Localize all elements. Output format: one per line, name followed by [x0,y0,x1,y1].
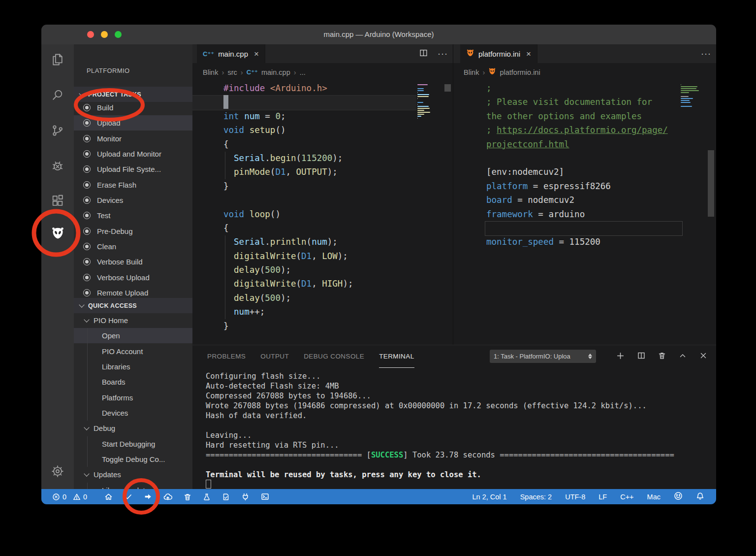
pio-test-beaker-icon[interactable] [203,493,211,501]
pio-clean-trash-icon[interactable] [184,493,191,501]
notifications-bell-icon[interactable] [696,492,704,502]
platformio-activity-icon[interactable] [51,226,64,240]
editor-group-platformio-ini: platformio.ini × ··· Blink› platformio.i… [453,44,716,345]
task-row-devices[interactable]: Devices [74,193,192,208]
chevron-down-icon [79,302,84,307]
task-row-upload-and-monitor[interactable]: Upload and Monitor [74,146,192,162]
updown-arrows-icon [588,354,592,359]
quick-access-header[interactable]: QUICK ACCESS [74,298,192,313]
close-panel-icon[interactable] [699,352,707,361]
quick-access-group-debug[interactable]: Debug [74,421,192,436]
window-title: main.cpp — Arduino (Workspace) [41,25,716,44]
pio-build-check-icon[interactable] [124,492,132,501]
task-row-verbose-upload[interactable]: Verbose Upload [74,270,192,285]
breadcrumb-item[interactable]: src [227,68,237,76]
close-tab-icon[interactable]: × [254,50,259,58]
tab-debug-console[interactable]: DEBUG CONSOLE [304,345,364,368]
scrollbar-thumb[interactable] [444,84,451,92]
pio-home-icon[interactable] [104,492,113,501]
new-terminal-icon[interactable] [616,352,625,362]
minimap[interactable] [681,84,703,108]
scrollbar[interactable] [705,81,716,345]
search-icon[interactable] [51,88,64,102]
split-terminal-icon[interactable] [637,352,645,361]
problems-status[interactable]: 0 0 [52,493,87,501]
platformio-alien-icon [466,49,474,59]
pio-serial-plug-icon[interactable] [241,492,250,501]
quick-access-group-pio-home[interactable]: PIO Home [74,313,192,328]
radio-circle-icon [83,119,91,127]
task-row-verbose-build[interactable]: Verbose Build [74,254,192,269]
close-tab-icon[interactable]: × [526,50,531,58]
task-row-erase-flash[interactable]: Erase Flash [74,177,192,193]
breadcrumb-item[interactable]: ... [300,68,306,76]
breadcrumb-item[interactable]: Blink [203,68,218,76]
task-row-build[interactable]: Build [74,100,192,115]
quick-access-item-pio-account[interactable]: PIO Account [74,344,192,359]
breadcrumb-item[interactable]: Blink [464,68,479,76]
panel-actions [616,345,707,368]
task-row-upload-file-system[interactable]: Upload File Syste... [74,162,192,177]
cpp-file-icon: C⁺⁺ [203,50,214,58]
quick-access-item-open[interactable]: Open [74,328,192,343]
task-row-monitor[interactable]: Monitor [74,131,192,146]
task-row-clean[interactable]: Clean [74,239,192,254]
pio-remote-upload-cloud-icon[interactable] [163,492,172,501]
quick-access-item-library-updates[interactable]: Library updates [74,483,192,489]
settings-gear-icon[interactable] [51,464,64,478]
tab-output[interactable]: OUTPUT [260,345,289,368]
quick-access-item-devices[interactable]: Devices [74,405,192,421]
files-icon[interactable] [51,53,64,66]
task-row-upload[interactable]: Upload [74,115,192,131]
tree-indent-guide [87,483,88,489]
quick-access-item-toggle-debug-console[interactable]: Toggle Debug Co... [74,452,192,467]
tab-platformio-ini[interactable]: platformio.ini × [460,44,537,63]
breadcrumb-item[interactable]: platformio.ini [500,68,540,76]
extensions-icon[interactable] [51,194,64,207]
eol-sequence[interactable]: LF [598,493,607,501]
panel-header: PROBLEMS OUTPUT DEBUG CONSOLE TERMINAL 1… [192,345,716,368]
platform-indicator[interactable]: Mac [647,493,661,501]
code-editor-platformio-ini[interactable]: ;; Please visit documentation forthe oth… [453,81,716,345]
tab-terminal[interactable]: TERMINAL [379,345,414,368]
bottom-panel: PROBLEMS OUTPUT DEBUG CONSOLE TERMINAL 1… [192,345,716,489]
pio-terminal-icon[interactable] [261,492,269,501]
radio-circle-icon [83,150,91,158]
quick-access-item-platforms[interactable]: Platforms [74,390,192,405]
terminal-selector-dropdown[interactable]: 1: Task - PlatformIO: Uploa [490,350,596,363]
pio-tasks-icon[interactable] [222,493,230,501]
breadcrumb-item[interactable]: main.cpp [261,68,290,76]
split-editor-icon[interactable] [419,49,428,59]
quick-access-item-start-debugging[interactable]: Start Debugging [74,436,192,452]
indent-guide [225,235,225,319]
chevron-down-icon [84,425,89,430]
terminal-output[interactable]: Configuring flash size...Auto-detected F… [206,371,711,489]
code-editor-main-cpp[interactable]: #include <Arduino.h> int num = 0;void se… [192,81,453,345]
status-upload-arrow-icon[interactable] [144,492,152,501]
language-mode[interactable]: C++ [620,493,633,501]
chevron-right-icon: › [294,68,296,76]
feedback-smiley-icon[interactable] [674,491,683,502]
cursor-position[interactable]: Ln 2, Col 1 [472,493,507,501]
tab-problems[interactable]: PROBLEMS [207,345,246,368]
minimap[interactable] [417,84,440,120]
kill-terminal-trash-icon[interactable] [658,352,666,361]
radio-circle-icon [83,212,91,219]
source-control-icon[interactable] [51,124,64,137]
tab-main-cpp[interactable]: C⁺⁺ main.cpp × [197,44,265,63]
chevron-right-icon: › [482,68,485,76]
quick-access-item-libraries[interactable]: Libraries [74,359,192,374]
task-row-pre-debug[interactable]: Pre-Debug [74,224,192,239]
more-actions-icon[interactable]: ··· [701,49,711,59]
indentation[interactable]: Spaces: 2 [520,493,552,501]
quick-access-group-updates[interactable]: Updates [74,467,192,482]
encoding[interactable]: UTF-8 [565,493,585,501]
debug-icon[interactable] [51,159,64,173]
task-row-test[interactable]: Test [74,208,192,223]
more-actions-icon[interactable]: ··· [438,49,448,59]
scrollbar-thumb[interactable] [708,150,714,217]
radio-circle-icon [83,196,91,204]
quick-access-item-boards[interactable]: Boards [74,374,192,390]
scrollbar[interactable] [442,81,453,345]
maximize-panel-chevron-icon[interactable] [679,352,687,361]
